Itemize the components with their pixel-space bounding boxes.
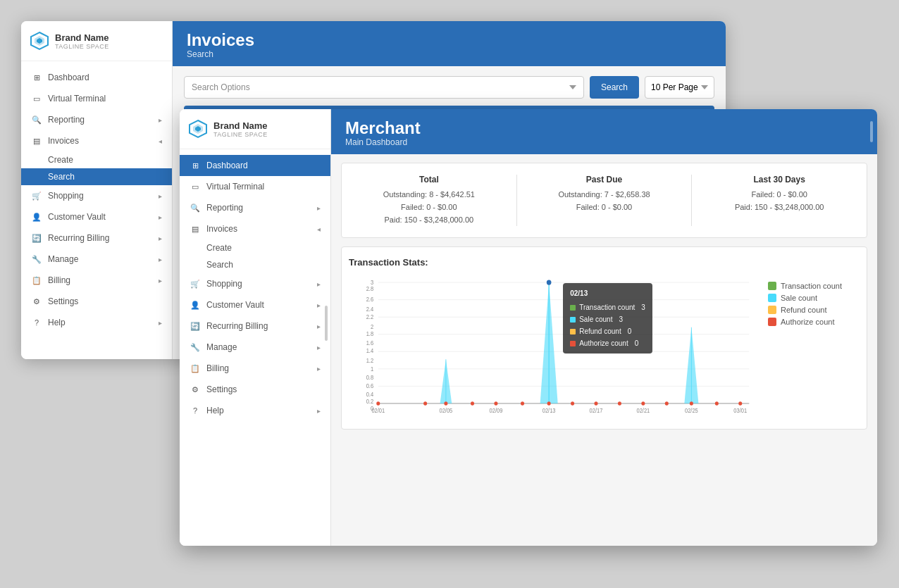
sidebar-item-recurring-billing-back[interactable]: 🔄 Recurring Billing ▸ bbox=[21, 227, 172, 249]
tooltip-refund-value: 0 bbox=[628, 325, 632, 337]
sidebar-item-billing-front[interactable]: 📋 Billing ▸ bbox=[180, 358, 330, 379]
dashboard-label-back: Dashboard bbox=[48, 73, 89, 82]
stat-past-due-title: Past Due bbox=[531, 175, 678, 184]
front-page-subtitle: Main Dashboard bbox=[345, 137, 863, 147]
sidebar-item-virtual-terminal-front[interactable]: ▭ Virtual Terminal bbox=[180, 176, 330, 197]
sidebar-item-manage-front[interactable]: 🔧 Manage ▸ bbox=[180, 337, 330, 358]
back-page-title: Invoices bbox=[187, 31, 712, 49]
tooltip-sale-label: Sale count bbox=[579, 313, 612, 325]
back-page-header: Invoices Search bbox=[173, 21, 726, 66]
manage-icon-back: 🔧 bbox=[31, 254, 42, 265]
sidebar-item-search-back[interactable]: Search bbox=[21, 168, 172, 185]
sidebar-item-billing-back[interactable]: 📋 Billing ▸ bbox=[21, 270, 172, 291]
sidebar-item-reporting-front[interactable]: 🔍 Reporting ▸ bbox=[180, 197, 330, 218]
invoices-label-back: Invoices bbox=[48, 136, 79, 146]
sidebar-item-create-back[interactable]: Create bbox=[21, 151, 172, 168]
sidebar-item-invoices-front[interactable]: ▤ Invoices ◂ bbox=[180, 218, 330, 239]
billing-icon-front: 📋 bbox=[190, 363, 201, 374]
sidebar-item-recurring-billing-front[interactable]: 🔄 Recurring Billing ▸ bbox=[180, 315, 330, 337]
sidebar-item-customer-vault-front[interactable]: 👤 Customer Vault ▸ bbox=[180, 294, 330, 315]
chart-legend: Transaction count Sale count Refund coun… bbox=[768, 276, 860, 419]
svg-point-38 bbox=[423, 401, 427, 405]
svg-point-50 bbox=[715, 401, 719, 405]
customer-vault-chevron-front: ▸ bbox=[317, 301, 321, 309]
sidebar-item-create-front[interactable]: Create bbox=[180, 239, 330, 256]
help-label-front: Help bbox=[206, 406, 224, 415]
back-logo: Brand Name TAGLINE SPACE bbox=[21, 21, 172, 61]
chart-title: Transaction Stats: bbox=[349, 257, 860, 268]
sidebar-item-customer-vault-back[interactable]: 👤 Customer Vault ▸ bbox=[21, 206, 172, 227]
stat-past-due-outstanding: Outstanding: 7 - $2,658.38 bbox=[531, 189, 678, 201]
sidebar-item-invoices-back[interactable]: ▤ Invoices ◂ bbox=[21, 130, 172, 151]
billing-chevron-back: ▸ bbox=[159, 277, 162, 284]
front-logo: Brand Name TAGLINE SPACE bbox=[180, 109, 330, 149]
virtual-terminal-icon-front: ▭ bbox=[190, 181, 201, 192]
sidebar-item-settings-back[interactable]: ⚙ Settings bbox=[21, 291, 172, 312]
customer-vault-icon-front: 👤 bbox=[190, 299, 201, 311]
dashboard-icon-back: ⊞ bbox=[31, 72, 42, 83]
manage-label-back: Manage bbox=[48, 254, 78, 264]
per-page-select[interactable]: 10 Per Page bbox=[645, 76, 714, 99]
legend-transaction-label: Transaction count bbox=[781, 282, 842, 290]
legend-transaction-dot bbox=[768, 282, 776, 290]
help-icon-back: ? bbox=[31, 317, 42, 328]
sidebar-item-manage-back[interactable]: 🔧 Manage ▸ bbox=[21, 249, 172, 270]
dashboard-body: Total Outstanding: 8 - $4,642.51 Failed:… bbox=[331, 154, 877, 546]
manage-chevron-back: ▸ bbox=[159, 256, 162, 263]
settings-icon-back: ⚙ bbox=[31, 296, 42, 307]
tooltip-authorize-row: Authorize count 0 bbox=[570, 337, 645, 349]
svg-point-42 bbox=[521, 401, 524, 405]
tooltip-refund-row: Refund count 0 bbox=[570, 325, 645, 337]
search-button[interactable]: Search bbox=[590, 76, 639, 99]
sidebar-item-dashboard-back[interactable]: ⊞ Dashboard bbox=[21, 67, 172, 88]
tooltip-authorize-dot bbox=[570, 341, 576, 346]
legend-refund: Refund count bbox=[768, 306, 860, 314]
tooltip-refund-dot bbox=[570, 329, 576, 334]
tooltip-sale-row: Sale count 3 bbox=[570, 313, 645, 325]
manage-chevron-front: ▸ bbox=[317, 344, 321, 351]
billing-label-front: Billing bbox=[206, 363, 229, 373]
manage-label-front: Manage bbox=[206, 342, 237, 352]
sidebar-item-dashboard-front[interactable]: ⊞ Dashboard bbox=[180, 155, 330, 176]
tooltip-transaction-row: Transaction count 3 bbox=[570, 301, 645, 313]
svg-text:2.8: 2.8 bbox=[366, 286, 374, 292]
sidebar-item-virtual-terminal-back[interactable]: ▭ Virtual Terminal bbox=[21, 88, 172, 109]
front-page-header: Merchant Main Dashboard bbox=[331, 109, 877, 154]
billing-icon-back: 📋 bbox=[31, 275, 42, 286]
svg-text:1.4: 1.4 bbox=[366, 348, 374, 354]
tooltip-sale-value: 3 bbox=[619, 313, 623, 325]
reporting-chevron-back: ▸ bbox=[159, 116, 162, 124]
sidebar-item-help-back[interactable]: ? Help ▸ bbox=[21, 312, 172, 333]
reporting-label-front: Reporting bbox=[206, 203, 243, 213]
sidebar-item-shopping-back[interactable]: 🛒 Shopping ▸ bbox=[21, 185, 172, 206]
sidebar-item-search-front[interactable]: Search bbox=[180, 256, 330, 273]
sidebar-item-shopping-front[interactable]: 🛒 Shopping ▸ bbox=[180, 273, 330, 294]
svg-point-41 bbox=[494, 401, 497, 405]
svg-text:1: 1 bbox=[371, 365, 373, 372]
chart-wrapper: 3 2.8 2.6 2.4 2.2 2 1.8 1.6 1.4 1.2 1 0.… bbox=[349, 276, 860, 419]
brand-tagline-back: TAGLINE SPACE bbox=[55, 43, 109, 50]
tooltip-authorize-value: 0 bbox=[635, 337, 639, 349]
recurring-billing-label-front: Recurring Billing bbox=[206, 321, 268, 331]
help-chevron-front: ▸ bbox=[317, 407, 321, 415]
sidebar-item-help-front[interactable]: ? Help ▸ bbox=[180, 400, 330, 421]
front-page-title: Merchant bbox=[345, 119, 863, 137]
search-options-select[interactable]: Search Options bbox=[184, 76, 584, 99]
legend-authorize-dot bbox=[768, 318, 776, 326]
reporting-label-back: Reporting bbox=[48, 115, 85, 125]
reporting-icon-front: 🔍 bbox=[190, 202, 201, 213]
tooltip-date: 02/13 bbox=[570, 287, 645, 299]
billing-chevron-front: ▸ bbox=[317, 365, 321, 373]
stat-last-30: Last 30 Days Failed: 0 - $0.00 Paid: 150… bbox=[692, 175, 867, 226]
sidebar-item-reporting-back[interactable]: 🔍 Reporting ▸ bbox=[21, 109, 172, 130]
legend-transaction: Transaction count bbox=[768, 282, 860, 290]
legend-refund-label: Refund count bbox=[781, 306, 826, 314]
svg-point-37 bbox=[376, 401, 380, 405]
svg-text:1.8: 1.8 bbox=[366, 330, 374, 337]
svg-text:02/09: 02/09 bbox=[490, 408, 503, 414]
virtual-terminal-label-back: Virtual Terminal bbox=[48, 94, 106, 104]
customer-vault-label-front: Customer Vault bbox=[206, 300, 264, 310]
svg-text:1.2: 1.2 bbox=[366, 358, 373, 364]
tooltip-refund-label: Refund count bbox=[579, 325, 621, 337]
sidebar-item-settings-front[interactable]: ⚙ Settings bbox=[180, 379, 330, 400]
